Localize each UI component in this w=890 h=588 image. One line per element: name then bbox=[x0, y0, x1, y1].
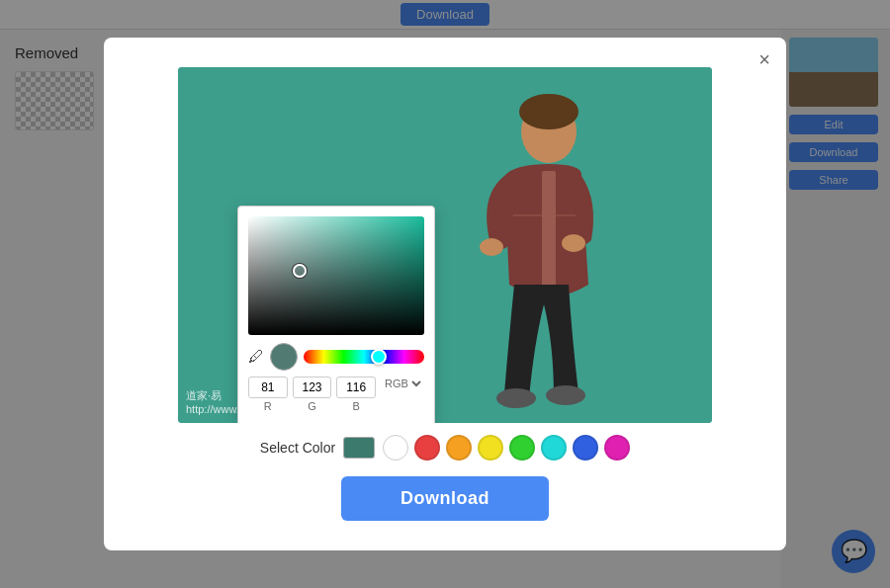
color-dot-orange[interactable] bbox=[446, 435, 472, 461]
selected-color-swatch[interactable] bbox=[343, 437, 375, 459]
svg-point-4 bbox=[480, 238, 503, 256]
r-input[interactable] bbox=[248, 377, 288, 398]
mode-group: RGB HEX HSL bbox=[381, 377, 424, 412]
svg-point-6 bbox=[496, 388, 536, 408]
color-dot-green[interactable] bbox=[509, 435, 535, 461]
hue-slider[interactable] bbox=[304, 350, 424, 364]
b-input[interactable] bbox=[336, 377, 376, 398]
svg-point-1 bbox=[519, 94, 578, 129]
select-color-label: Select Color bbox=[260, 440, 335, 456]
download-button[interactable]: Download bbox=[341, 476, 549, 521]
modal-image: 🖊 R G bbox=[178, 67, 712, 423]
svg-point-7 bbox=[546, 385, 585, 405]
modal-close-button[interactable]: × bbox=[758, 49, 770, 69]
color-picker-popup: 🖊 R G bbox=[237, 206, 435, 423]
color-dot-cyan[interactable] bbox=[541, 435, 567, 461]
eyedropper-icon[interactable]: 🖊 bbox=[248, 348, 264, 366]
rgb-mode-select[interactable]: RGB HEX HSL bbox=[381, 377, 424, 390]
color-dot-blue[interactable] bbox=[573, 435, 598, 461]
hue-slider-thumb bbox=[371, 349, 387, 365]
color-dot-yellow[interactable] bbox=[478, 435, 503, 461]
current-color-swatch bbox=[270, 343, 298, 371]
person-image bbox=[435, 87, 633, 423]
color-dot-red[interactable] bbox=[414, 435, 440, 461]
g-input-group: G bbox=[293, 377, 332, 412]
g-input[interactable] bbox=[293, 377, 332, 398]
r-label: R bbox=[264, 400, 272, 412]
rgb-inputs-row: R G B RGB HEX HSL bbox=[248, 377, 424, 412]
modal-overlay: × bbox=[0, 0, 890, 588]
g-label: G bbox=[308, 400, 316, 412]
color-dot-white[interactable] bbox=[383, 435, 408, 461]
svg-rect-2 bbox=[542, 171, 556, 290]
select-color-row: Select Color bbox=[260, 435, 630, 461]
modal-dialog: × bbox=[104, 38, 786, 550]
b-label: B bbox=[353, 400, 360, 412]
r-input-group: R bbox=[248, 377, 288, 412]
color-dot-magenta[interactable] bbox=[604, 435, 630, 461]
color-gradient-canvas[interactable] bbox=[248, 216, 424, 335]
b-input-group: B bbox=[336, 377, 376, 412]
color-controls-row: 🖊 bbox=[248, 343, 424, 371]
svg-point-5 bbox=[562, 234, 585, 252]
color-dot-list bbox=[383, 435, 630, 461]
gradient-cursor bbox=[293, 264, 307, 278]
